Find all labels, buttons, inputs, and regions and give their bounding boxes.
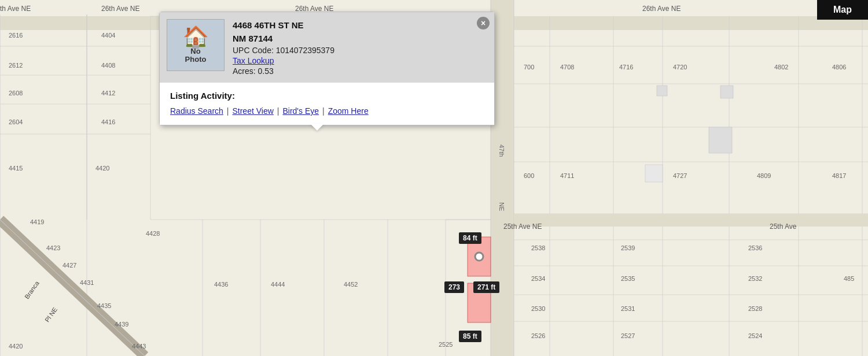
parcel-4420a: 4420 — [95, 165, 109, 172]
parcel-4435: 4435 — [97, 302, 111, 309]
map-container: 47th NE — [0, 0, 868, 356]
parcel-4716: 4716 — [619, 64, 633, 71]
parcel-2536: 2536 — [748, 244, 762, 251]
svg-text:47th: 47th — [498, 144, 505, 157]
popup-upc: UPC Code: 1014072395379 — [233, 46, 334, 55]
parcel-2538: 2538 — [531, 244, 545, 251]
parcel-4802: 4802 — [774, 64, 788, 71]
parcel-2534: 2534 — [531, 275, 545, 282]
svg-point-48 — [475, 253, 483, 261]
house-icon: 🏠 — [183, 27, 209, 47]
parcel-2532: 2532 — [748, 275, 762, 282]
popup-acres: Acres: 0.53 — [233, 66, 334, 76]
parcel-4817: 4817 — [832, 172, 846, 179]
street-label-26th-3: 26th Ave NE — [642, 5, 681, 13]
measurement-273: 273 — [444, 281, 464, 293]
parcel-2524: 2524 — [748, 332, 762, 339]
parcel-4711: 4711 — [560, 172, 574, 179]
parcel-2526: 2526 — [531, 332, 545, 339]
parcel-2604: 2604 — [9, 118, 23, 125]
svg-text:NE: NE — [498, 202, 505, 211]
parcel-4412: 4412 — [101, 90, 115, 97]
popup-info-section: 4468 46TH ST NE NM 87144 UPC Code: 10140… — [233, 19, 334, 76]
parcel-4415: 4415 — [9, 165, 23, 172]
popup-top-section: 🏠 No Photo 4468 46TH ST NE NM 87144 UPC … — [160, 12, 494, 83]
parcel-700: 700 — [524, 64, 534, 71]
parcel-4408: 4408 — [101, 62, 115, 69]
parcel-4436: 4436 — [214, 281, 228, 288]
parcel-2612: 2612 — [9, 62, 23, 69]
parcel-600: 600 — [524, 172, 534, 179]
street-label-25th-ne: 25th Ave NE — [503, 222, 542, 231]
popup-no-photo-label: No Photo — [185, 47, 207, 64]
svg-rect-42 — [657, 86, 667, 96]
parcel-4809: 4809 — [757, 172, 771, 179]
popup-actions: Radius Search | Street View | Bird's Eye… — [170, 106, 484, 116]
parcel-2530: 2530 — [531, 305, 545, 312]
parcel-4444: 4444 — [271, 281, 285, 288]
popup-sep-2: | — [277, 106, 279, 116]
street-label-25th: 25th Ave — [770, 222, 797, 231]
parcel-4806: 4806 — [832, 64, 846, 71]
parcel-4423: 4423 — [46, 244, 60, 251]
popup-address-line1: 4468 46TH ST NE — [233, 19, 334, 31]
street-label-26th-1: 26th Ave NE — [101, 5, 140, 13]
parcel-2616: 2616 — [9, 32, 23, 39]
parcel-4404: 4404 — [101, 32, 115, 39]
popup-sep-3: | — [322, 106, 325, 116]
map-button[interactable]: Map — [817, 0, 868, 20]
parcel-2525: 2525 — [439, 341, 453, 348]
popup-close-button[interactable]: × — [477, 17, 490, 29]
parcel-4419: 4419 — [30, 218, 44, 225]
street-label-th-ave-ne: th Ave NE — [0, 5, 31, 13]
svg-rect-45 — [645, 165, 663, 182]
popup-street-view-link[interactable]: Street View — [232, 106, 273, 116]
svg-rect-43 — [720, 86, 733, 98]
parcel-4708: 4708 — [560, 64, 574, 71]
measurement-85ft: 85 ft — [459, 331, 481, 342]
parcel-4428: 4428 — [146, 230, 160, 237]
parcel-2531: 2531 — [621, 305, 635, 312]
parcel-4427: 4427 — [62, 262, 76, 269]
popup-zoom-here-link[interactable]: Zoom Here — [328, 106, 369, 116]
parcel-4431: 4431 — [80, 279, 94, 286]
svg-rect-44 — [709, 127, 732, 153]
parcel-2527: 2527 — [621, 332, 635, 339]
parcel-4727: 4727 — [673, 172, 687, 179]
property-popup: × 🏠 No Photo 4468 46TH ST NE NM 87144 UP… — [159, 12, 495, 125]
popup-sep-1: | — [227, 106, 229, 116]
popup-tax-lookup-link[interactable]: Tax Lookup — [233, 56, 274, 65]
parcel-2539: 2539 — [621, 244, 635, 251]
parcel-4420b: 4420 — [9, 343, 23, 350]
measurement-84ft: 84 ft — [459, 232, 481, 244]
parcel-4439: 4439 — [115, 321, 128, 328]
popup-address-line2: NM 87144 — [233, 32, 334, 44]
parcel-4416: 4416 — [101, 118, 115, 125]
measurement-271ft: 271 ft — [473, 281, 499, 293]
parcel-2535: 2535 — [621, 275, 635, 282]
popup-birds-eye-link[interactable]: Bird's Eye — [282, 106, 319, 116]
parcel-2528: 2528 — [748, 305, 762, 312]
popup-radius-search-link[interactable]: Radius Search — [170, 106, 223, 116]
popup-listing-activity-title: Listing Activity: — [170, 91, 484, 101]
parcel-485: 485 — [844, 275, 854, 282]
parcel-4443: 4443 — [132, 343, 146, 350]
parcel-4452: 4452 — [344, 281, 358, 288]
popup-bottom-section: Listing Activity: Radius Search | Street… — [160, 83, 494, 125]
popup-photo: 🏠 No Photo — [167, 19, 225, 71]
parcel-2608: 2608 — [9, 90, 23, 97]
svg-rect-32 — [514, 214, 868, 227]
parcel-4720: 4720 — [673, 64, 687, 71]
